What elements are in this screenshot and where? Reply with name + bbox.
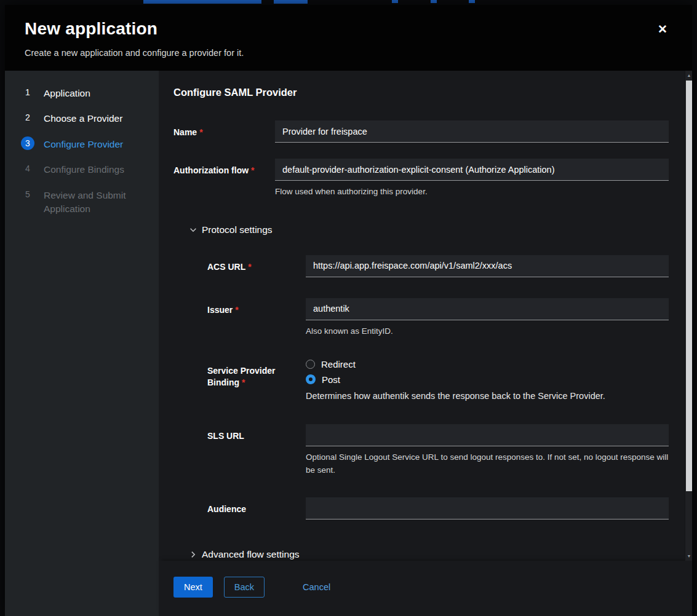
background-accent-bar bbox=[431, 0, 437, 3]
radio-selected-icon[interactable] bbox=[306, 374, 316, 384]
protocol-settings-section: ACS URL* Issuer* Also known as EntityID. bbox=[207, 255, 669, 520]
field-sls-url: SLS URL Optional Single Logout Service U… bbox=[207, 424, 669, 477]
field-issuer: Issuer* Also known as EntityID. bbox=[207, 298, 669, 338]
acs-url-label: ACS URL bbox=[207, 262, 245, 272]
background-accent-bar bbox=[392, 0, 398, 3]
protocol-settings-label: Protocol settings bbox=[202, 224, 273, 235]
scroll-down-icon[interactable]: ▼ bbox=[685, 551, 693, 561]
step-label: Configure Provider bbox=[44, 137, 123, 151]
step-number: 2 bbox=[21, 111, 34, 124]
required-asterisk: * bbox=[248, 262, 251, 272]
step-number: 4 bbox=[21, 162, 34, 175]
chevron-right-icon bbox=[189, 550, 197, 559]
name-label: Name bbox=[173, 127, 197, 137]
close-icon[interactable]: ✕ bbox=[658, 23, 667, 35]
field-authorization-flow: Authorization flow* Flow used when autho… bbox=[173, 159, 669, 199]
step-configure-provider[interactable]: 3 Configure Provider bbox=[5, 132, 159, 157]
audience-label: Audience bbox=[207, 504, 246, 514]
sls-url-label: SLS URL bbox=[207, 431, 244, 441]
step-application[interactable]: 1 Application bbox=[5, 81, 159, 106]
step-label: Review and Submit Application bbox=[44, 188, 143, 216]
service-provider-binding-help: Determines how authentik sends the respo… bbox=[306, 390, 669, 403]
form-heading: Configure SAML Provider bbox=[173, 87, 669, 98]
advanced-flow-settings-expander[interactable]: Advanced flow settings bbox=[173, 549, 669, 560]
wizard-steps-sidebar: 1 Application 2 Choose a Provider 3 Conf… bbox=[5, 71, 159, 616]
page-title: New application bbox=[25, 19, 672, 39]
radio-post[interactable]: Post bbox=[306, 374, 669, 385]
required-asterisk: * bbox=[235, 305, 238, 315]
authorization-flow-label: Authorization flow bbox=[173, 165, 249, 175]
required-asterisk: * bbox=[242, 377, 245, 387]
field-acs-url: ACS URL* bbox=[207, 255, 669, 277]
cancel-button[interactable]: Cancel bbox=[300, 577, 333, 598]
background-accent-bar bbox=[143, 0, 261, 4]
next-button[interactable]: Next bbox=[173, 577, 213, 598]
required-asterisk: * bbox=[251, 165, 254, 175]
scrollbar-thumb[interactable] bbox=[686, 81, 692, 491]
field-service-provider-binding: Service Provider Binding* Redirect Post bbox=[207, 359, 669, 403]
step-number: 5 bbox=[21, 188, 34, 201]
radio-redirect[interactable]: Redirect bbox=[306, 359, 669, 369]
field-name: Name* bbox=[173, 120, 669, 143]
protocol-settings-expander[interactable]: Protocol settings bbox=[173, 224, 669, 235]
chevron-down-icon bbox=[189, 226, 197, 234]
field-audience: Audience bbox=[207, 497, 669, 519]
acs-url-input[interactable] bbox=[306, 255, 669, 277]
name-input[interactable] bbox=[275, 120, 669, 143]
step-label: Application bbox=[44, 86, 90, 100]
issuer-help: Also known as EntityID. bbox=[306, 325, 669, 338]
audience-input[interactable] bbox=[306, 497, 669, 519]
background-accent-bar bbox=[274, 0, 308, 4]
step-review-and-submit[interactable]: 5 Review and Submit Application bbox=[5, 183, 159, 222]
wizard-content: Configure SAML Provider Name* Authorizat… bbox=[159, 71, 692, 616]
sls-url-input[interactable] bbox=[306, 424, 669, 446]
required-asterisk: * bbox=[199, 127, 202, 137]
modal-header: New application Create a new application… bbox=[5, 5, 692, 71]
step-number-current: 3 bbox=[21, 136, 34, 150]
sls-url-help: Optional Single Logout Service URL to se… bbox=[306, 451, 669, 477]
modal-subtitle: Create a new application and configure a… bbox=[25, 48, 672, 58]
back-button[interactable]: Back bbox=[224, 577, 265, 598]
vertical-scrollbar[interactable]: ▲ ▼ bbox=[685, 71, 692, 561]
scroll-up-icon[interactable]: ▲ bbox=[685, 71, 693, 80]
wizard-footer: Next Back Cancel bbox=[159, 561, 692, 616]
step-choose-a-provider[interactable]: 2 Choose a Provider bbox=[5, 106, 159, 131]
issuer-label: Issuer bbox=[207, 305, 233, 315]
issuer-input[interactable] bbox=[306, 298, 669, 320]
new-application-modal: New application Create a new application… bbox=[5, 5, 692, 616]
form-scroll-area: Configure SAML Provider Name* Authorizat… bbox=[159, 71, 692, 561]
step-configure-bindings[interactable]: 4 Configure Bindings bbox=[5, 157, 159, 182]
authorization-flow-help: Flow used when authorizing this provider… bbox=[275, 186, 669, 199]
step-label: Configure Bindings bbox=[44, 162, 124, 176]
background-accent-bar bbox=[469, 0, 475, 3]
authorization-flow-select[interactable] bbox=[275, 159, 669, 181]
advanced-flow-settings-label: Advanced flow settings bbox=[202, 549, 300, 560]
step-number: 1 bbox=[21, 85, 34, 99]
radio-post-label: Post bbox=[322, 374, 340, 385]
modal-body: 1 Application 2 Choose a Provider 3 Conf… bbox=[5, 71, 692, 616]
radio-redirect-label: Redirect bbox=[321, 359, 356, 369]
radio-unselected-icon[interactable] bbox=[306, 360, 315, 369]
step-label: Choose a Provider bbox=[44, 111, 122, 125]
